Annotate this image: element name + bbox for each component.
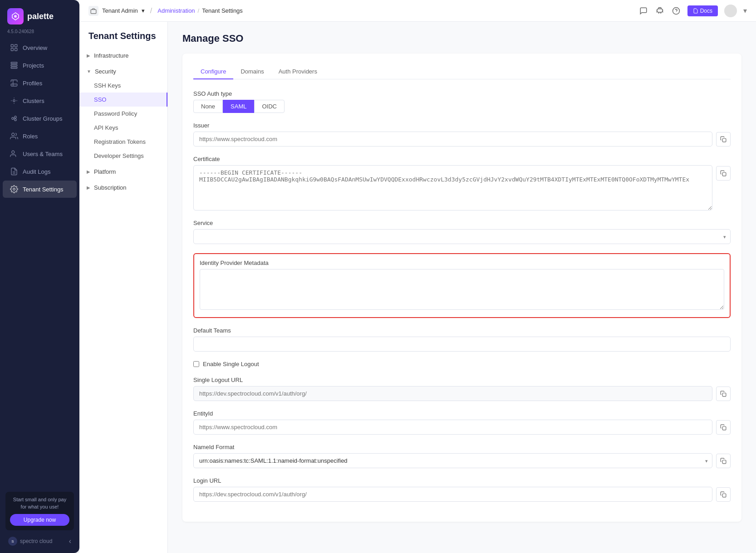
single-logout-url-copy-button[interactable] [716, 387, 731, 401]
settings-section-platform: ▶ Platform [79, 165, 167, 179]
tab-domains[interactable]: Domains [233, 64, 271, 79]
single-logout-url-label: Single Logout URL [193, 377, 731, 383]
settings-section-security-header[interactable]: ▼ Security [79, 64, 167, 78]
svg-point-11 [15, 119, 17, 121]
help-icon[interactable] [671, 6, 681, 16]
user-avatar[interactable] [724, 5, 737, 17]
version-badge: 4.5.0-240628 [0, 28, 79, 39]
settings-item-registration-tokens[interactable]: Registration Tokens [79, 135, 167, 149]
default-teams-input[interactable] [193, 337, 731, 352]
settings-item-password-policy[interactable]: Password Policy [79, 107, 167, 121]
upgrade-box: Start small and only pay for what you us… [5, 492, 74, 530]
certificate-copy-button[interactable] [716, 166, 731, 181]
settings-item-api-keys[interactable]: API Keys [79, 121, 167, 135]
default-teams-group: Default Teams [193, 327, 731, 352]
svg-rect-6 [11, 65, 17, 66]
auth-btn-saml[interactable]: SAML [223, 100, 254, 113]
sidebar-item-profiles[interactable]: Profiles [3, 74, 77, 92]
service-select-wrapper: ▾ [193, 229, 731, 244]
sidebar-item-label: Audit Logs [23, 168, 50, 175]
nameid-format-label: NameId Format [193, 444, 731, 450]
svg-rect-23 [722, 426, 726, 430]
topbar-actions: Docs ▾ [638, 5, 747, 17]
content-area: Tenant Settings ▶ Infrastructure ▼ Secur… [79, 22, 756, 553]
settings-section-subscription: ▶ Subscription [79, 181, 167, 195]
svg-rect-21 [722, 172, 726, 176]
svg-point-8 [13, 100, 15, 102]
sidebar-item-cluster-groups[interactable]: Cluster Groups [3, 110, 77, 127]
auth-btn-none[interactable]: None [193, 100, 223, 113]
single-logout-url-group: Single Logout URL [193, 377, 731, 401]
issuer-group: Issuer [193, 122, 731, 147]
svg-point-9 [12, 117, 14, 120]
settings-section-security: ▼ Security SSH Keys SSO Password Policy … [79, 64, 167, 163]
sso-auth-type-group: SSO Auth type None SAML OIDC [193, 90, 731, 113]
settings-item-ssh-keys[interactable]: SSH Keys [79, 78, 167, 93]
tab-auth-providers[interactable]: Auth Providers [271, 64, 324, 79]
sidebar-item-label: Projects [23, 62, 44, 69]
entity-id-copy-button[interactable] [716, 420, 731, 435]
svg-point-13 [12, 151, 15, 153]
spectro-icon: S [8, 537, 17, 546]
main-area: Tenant Admin ▾ / Administration / Tenant… [79, 0, 756, 553]
tab-configure[interactable]: Configure [193, 64, 233, 79]
sidebar-item-roles[interactable]: Roles [3, 127, 77, 145]
sidebar-item-label: Profiles [23, 80, 42, 87]
settings-section-platform-header[interactable]: ▶ Platform [79, 165, 167, 179]
nameid-format-select[interactable]: urn:oasis:names:tc:SAML:1.1:nameid-forma… [193, 453, 712, 468]
sidebar-footer: S spectro cloud ‹ [5, 535, 74, 548]
enable-single-logout-row: Enable Single Logout [193, 361, 731, 367]
sidebar-item-label: Overview [23, 44, 47, 51]
login-url-row [193, 487, 731, 502]
bug-icon[interactable] [655, 6, 665, 16]
sidebar-item-label: Roles [23, 133, 38, 140]
sidebar-item-overview[interactable]: Overview [3, 39, 77, 56]
tenant-name: Tenant Admin [102, 7, 138, 14]
sidebar-nav: Overview Projects Profiles Clusters Clus… [0, 39, 79, 198]
sidebar-collapse-button[interactable]: ‹ [69, 537, 71, 545]
auth-btn-oidc[interactable]: OIDC [254, 100, 285, 113]
settings-item-sso[interactable]: SSO [79, 93, 167, 107]
sidebar-item-users-teams[interactable]: Users & Teams [3, 145, 77, 162]
enable-single-logout-label[interactable]: Enable Single Logout [203, 361, 259, 367]
service-label: Service [193, 220, 731, 226]
service-select[interactable] [193, 229, 731, 244]
entity-id-input[interactable] [193, 420, 712, 435]
login-url-label: Login URL [193, 477, 731, 484]
identity-provider-textarea[interactable] [200, 269, 724, 310]
topbar: Tenant Admin ▾ / Administration / Tenant… [79, 0, 756, 22]
sidebar-item-audit-logs[interactable]: Audit Logs [3, 163, 77, 180]
sidebar-item-projects[interactable]: Projects [3, 57, 77, 74]
issuer-copy-button[interactable] [716, 132, 731, 147]
user-dropdown-icon[interactable]: ▾ [743, 6, 747, 15]
enable-single-logout-checkbox[interactable] [193, 361, 199, 367]
chat-icon[interactable] [638, 6, 648, 16]
tenant-selector[interactable]: Tenant Admin ▾ [88, 6, 145, 16]
service-group: Service ▾ [193, 220, 731, 244]
tenant-icon [88, 6, 98, 16]
settings-item-developer-settings[interactable]: Developer Settings [79, 149, 167, 163]
issuer-label: Issuer [193, 122, 731, 129]
single-logout-url-input[interactable] [193, 386, 712, 401]
sso-card: Configure Domains Auth Providers SSO Aut… [182, 54, 741, 522]
login-url-copy-button[interactable] [716, 487, 731, 502]
login-url-input[interactable] [193, 487, 712, 502]
settings-section-label: Infrastructure [94, 52, 129, 59]
svg-rect-7 [11, 67, 17, 69]
issuer-row [193, 132, 731, 147]
settings-section-subscription-header[interactable]: ▶ Subscription [79, 181, 167, 195]
svg-point-16 [13, 188, 15, 191]
breadcrumb-parent[interactable]: Administration [157, 7, 195, 14]
sidebar-item-tenant-settings[interactable]: Tenant Settings [3, 181, 77, 198]
upgrade-button[interactable]: Upgrade now [10, 514, 69, 526]
issuer-input[interactable] [193, 132, 712, 147]
page-tabs: Configure Domains Auth Providers [193, 64, 731, 79]
tenant-dropdown-icon: ▾ [142, 7, 145, 14]
certificate-textarea[interactable] [193, 165, 712, 210]
spectro-logo: S spectro cloud [8, 537, 52, 546]
settings-section-infrastructure-header[interactable]: ▶ Infrastructure [79, 49, 167, 63]
sidebar-item-clusters[interactable]: Clusters [3, 92, 77, 109]
docs-button[interactable]: Docs [687, 5, 718, 16]
nameid-format-copy-button[interactable] [716, 454, 731, 468]
certificate-row [193, 165, 731, 210]
